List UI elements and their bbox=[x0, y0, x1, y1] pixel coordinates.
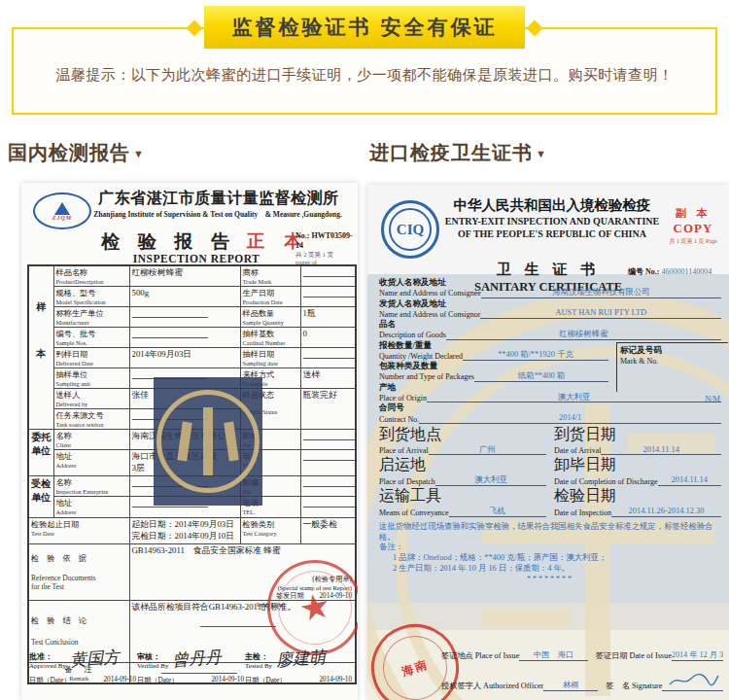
side-inspected-2: 单位 bbox=[31, 491, 52, 505]
zjqm-logo-text: ZJQM bbox=[52, 215, 72, 221]
officer-row: 授权签字人 Authorized Officer 林桐 签 名 Signatur… bbox=[441, 673, 723, 691]
red-stamp-inner-ring bbox=[271, 564, 358, 651]
certificate-title-cn: 卫 生 证 书 bbox=[461, 261, 636, 279]
field-label-cn: 样品数量 bbox=[243, 308, 298, 319]
cell: 样品数量Sample Quantity bbox=[240, 307, 300, 328]
cell: 抽样日期Sampling date bbox=[240, 348, 300, 368]
date-label: 日期（Date） bbox=[245, 676, 286, 685]
field-label-en: Model Specification bbox=[56, 298, 127, 305]
field-label-en: Task source textion bbox=[56, 421, 127, 428]
section-header-left-label: 国内检测报告 bbox=[8, 142, 130, 163]
field-value: 海南汉瑞生物科技有限公司 bbox=[481, 288, 721, 298]
field-value: 送样 bbox=[300, 368, 356, 389]
field-label-en: Contract No. bbox=[379, 415, 419, 424]
field-label-cn: 名称 bbox=[56, 477, 127, 488]
field-label-cn: 抽样基数 bbox=[243, 329, 298, 339]
field-label-en: Sampling unit bbox=[56, 380, 127, 387]
field-value: 0 bbox=[300, 328, 356, 348]
field-label-en: Date of Completion of Discharge bbox=[554, 477, 658, 486]
field-value: 澳大利亚 bbox=[435, 475, 546, 486]
field-label-en: Sample Nos. bbox=[56, 339, 127, 346]
watermark-bar bbox=[482, 609, 570, 628]
field-value: 500g bbox=[129, 287, 240, 307]
field-label-en: Number and Type of Packages bbox=[379, 372, 474, 381]
field-label-cn: 检验起止日期 bbox=[31, 519, 127, 530]
cell: 检验类别Test Category bbox=[240, 518, 300, 544]
issue-date-en: Date of Issue bbox=[630, 651, 672, 660]
signature-label-cn: 签 名 bbox=[606, 682, 630, 690]
field-value: 2014.11.14 bbox=[658, 475, 722, 486]
blank-line bbox=[303, 477, 357, 487]
field-label-cn: 送样人 bbox=[56, 390, 127, 401]
side-label-client: 委托 单位 bbox=[28, 430, 53, 476]
certificate-org-cn: 中华人民共和国出入境检验检疫 bbox=[428, 196, 677, 215]
pair-arrival: 到货地点 Place of Arrival广州 到货日期 Date of Arr… bbox=[379, 425, 721, 456]
section-header-domestic-report[interactable]: 国内检测报告▼ bbox=[8, 140, 145, 166]
field-goods: 品名 Description of Goods红柳桉树蜂蜜 bbox=[379, 320, 721, 340]
basis-label-cn: 检 验 依 据 bbox=[31, 553, 127, 564]
field-label-en: Date of Arrival bbox=[554, 446, 601, 455]
field-label-cn: 编号、批号 bbox=[56, 329, 127, 339]
field-value: 红柳桉树蜂蜜 bbox=[446, 330, 721, 340]
field-label-cn: 规格、型号 bbox=[56, 288, 127, 298]
certificate-number-value: 4600001140004 bbox=[661, 267, 712, 276]
remark-label: 备注： bbox=[379, 542, 721, 553]
field-consignor: 发货人名称及地址 Name and Address of ConsignorAU… bbox=[379, 299, 721, 320]
blank-line bbox=[132, 308, 208, 318]
remark-line-1: 1 品牌：Onefood；规格：**400 克/瓶；原产国：澳大利亚； bbox=[393, 553, 721, 564]
date-label: 日期（Date） bbox=[29, 676, 70, 685]
field-label-en: Test Category bbox=[243, 530, 298, 537]
mark-and-no-box: 标记及号码 Mark & No. N/M bbox=[616, 342, 728, 392]
cell: 样品名称ProductDescription bbox=[53, 265, 129, 287]
cell: 检验起止日期Test Date bbox=[28, 518, 129, 544]
field-label-cn: 收货人名称及地址 bbox=[379, 278, 721, 288]
field-label-cn: 任务来源文号 bbox=[56, 410, 127, 421]
sanitary-certificate-document: CIQ 中华人民共和国出入境检验检疫 ENTRY-EXIT INSPECTION… bbox=[367, 185, 729, 700]
section-header-import-certificate[interactable]: 进口检疫卫生证书▼ bbox=[369, 140, 547, 166]
side-client-2: 单位 bbox=[31, 444, 52, 458]
field-value: 2014.11.26-2014.12.30 bbox=[611, 507, 721, 517]
mark-value: N/M bbox=[705, 395, 720, 403]
mark-label-en: Mark & No. bbox=[620, 357, 725, 366]
signer-role-cn: 审核： bbox=[137, 652, 168, 662]
field-contract: 合同号 Contract No.2014/1 bbox=[379, 403, 721, 424]
cell: 编号、批号Sample Nos. bbox=[53, 328, 129, 348]
test-end-date: 完检日期：2014年09月10日 bbox=[132, 531, 238, 542]
side-label-inspected: 受检 单位 bbox=[28, 476, 53, 518]
blank-line bbox=[303, 288, 357, 298]
issue-date-value: 2014 年 12 月 3 bbox=[672, 649, 723, 661]
field-value-blank bbox=[300, 348, 356, 368]
certificate-fields: 收货人名称及地址 Name and Address of Consignee海南… bbox=[379, 278, 721, 583]
field-label-cn: 发货人名称及地址 bbox=[379, 299, 721, 309]
issue-place-value: 中国 海口 bbox=[519, 649, 588, 661]
side-label-sample: 样 本 bbox=[28, 265, 53, 430]
officer-cn: 授权签字人 bbox=[441, 682, 481, 690]
remark-line-2: 2 生产日期：2014 年 10 月 16 日；保质期：4 年。 bbox=[393, 564, 721, 575]
chevron-down-icon: ▼ bbox=[133, 148, 145, 159]
banner-title-text: 监督检验证书 安全有保证 bbox=[232, 14, 498, 41]
field-label-en: Address bbox=[56, 462, 127, 469]
field-label-cn: 地址 bbox=[56, 498, 127, 508]
watermark-seal bbox=[154, 377, 262, 506]
field-label-cn: 品名 bbox=[379, 320, 721, 330]
spacer bbox=[31, 267, 52, 300]
officer-en: Authorized Officer bbox=[483, 682, 543, 690]
date-value: 2014-09-10 bbox=[103, 676, 136, 685]
table-row: 标称生产单位Manufacturer 样品数量Sample Quantity 1… bbox=[28, 307, 356, 328]
report-org-name-en: Zhanjiang Institute of Supervision & Tes… bbox=[78, 210, 358, 220]
signer-verified: 审核：Verified By 曾丹丹 日期（Date）2014-09-10 bbox=[137, 648, 244, 685]
field-value-blank bbox=[300, 287, 356, 307]
field-label-cn: 检验类别 bbox=[243, 519, 298, 530]
report-number-block: No.: HWT03509-14 共 2 页第 1 页 pages of bbox=[295, 231, 358, 266]
signer-approved: 批准：Approved By 黄国方 日期（Date）2014-09-10 bbox=[29, 648, 136, 685]
table-row: 到样日期Delivered Date 2014年09月03日 抽样日期Sampl… bbox=[28, 348, 356, 368]
field-label-cn: 卸毕日期 bbox=[554, 455, 721, 475]
field-label-en: TEL. bbox=[243, 508, 298, 515]
signer-role-en: Tested By bbox=[245, 662, 272, 670]
certificate-org-en2: OF THE PEOPLE'S REPUBLIC OF CHINA bbox=[418, 228, 686, 239]
field-label-cn: 到货日期 bbox=[554, 425, 721, 445]
field-consignee: 收货人名称及地址 Name and Address of Consignee海南… bbox=[379, 278, 721, 298]
cell: 标称生产单位Manufacturer bbox=[53, 307, 129, 328]
cell: 商标Trade Mark bbox=[240, 265, 300, 287]
field-value: 起始日期：2014年09月03日完检日期：2014年09月10日 bbox=[129, 518, 240, 544]
